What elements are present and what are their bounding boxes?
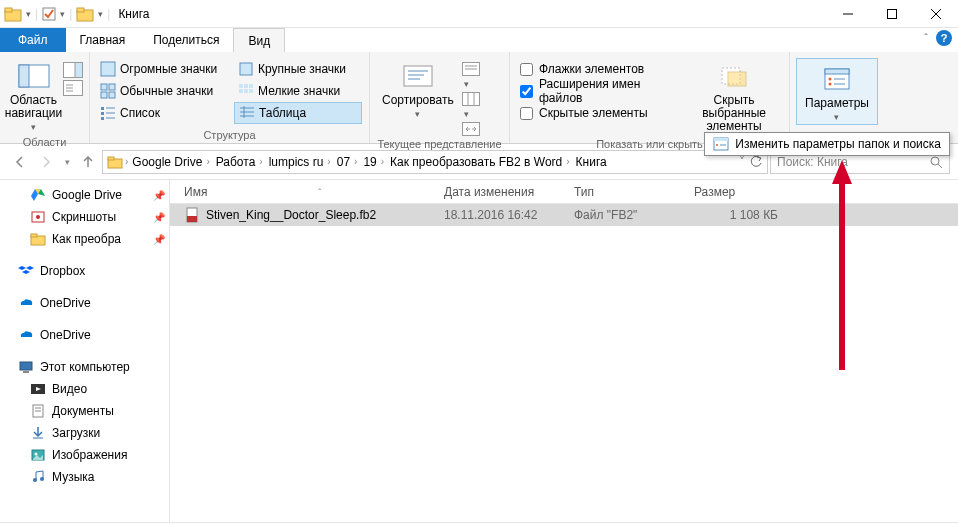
- layout-table[interactable]: Таблица: [234, 102, 362, 124]
- preview-pane-icon[interactable]: [63, 62, 83, 78]
- options-button[interactable]: Параметры ▾: [796, 58, 878, 125]
- sidebar-item-convert[interactable]: Как преобра📌: [0, 228, 169, 250]
- up-button[interactable]: [76, 150, 100, 174]
- sidebar-item-onedrive[interactable]: OneDrive: [0, 292, 169, 314]
- normal-icons-icon: [100, 83, 116, 99]
- sidebar-item-video[interactable]: Видео: [0, 378, 169, 400]
- checkbox-qat-icon[interactable]: [42, 7, 56, 21]
- ribbon: Область навигации ▾ Области Огромные зна…: [0, 52, 958, 144]
- navigation-pane[interactable]: Google Drive📌 Скриншоты📌 Как преобра📌 Dr…: [0, 180, 170, 522]
- breadcrumb-item[interactable]: 19›: [361, 155, 386, 169]
- maximize-button[interactable]: [870, 0, 914, 28]
- svg-rect-25: [249, 84, 253, 88]
- small-icons-icon: [238, 83, 254, 99]
- sidebar-item-screenshots[interactable]: Скриншоты📌: [0, 206, 169, 228]
- breadcrumb-item[interactable]: Книга: [574, 155, 609, 169]
- sidebar-item-gdrive[interactable]: Google Drive📌: [0, 184, 169, 206]
- dropdown-icon[interactable]: ▾: [60, 9, 65, 19]
- layout-large-icons[interactable]: Крупные значки: [234, 58, 362, 80]
- sidebar-item-dropbox[interactable]: Dropbox: [0, 260, 169, 282]
- forward-button[interactable]: [34, 150, 58, 174]
- group-by-icon[interactable]: ▾: [462, 62, 480, 90]
- breadcrumb-item[interactable]: 07›: [335, 155, 360, 169]
- tab-share[interactable]: Поделиться: [139, 28, 233, 52]
- sidebar-item-downloads[interactable]: Загрузки: [0, 422, 169, 444]
- svg-rect-59: [714, 138, 728, 141]
- svg-rect-21: [101, 92, 107, 98]
- back-button[interactable]: [8, 150, 32, 174]
- hide-selected-button[interactable]: Скрыть выбранные элементы: [685, 58, 783, 136]
- svg-rect-26: [239, 89, 243, 93]
- layout-huge-icons[interactable]: Огромные значки: [96, 58, 234, 80]
- filename-extensions[interactable]: Расширения имен файлов: [516, 80, 683, 102]
- sidebar-item-docs[interactable]: Документы: [0, 400, 169, 422]
- sort-button[interactable]: Сортировать ▾: [376, 58, 460, 121]
- folder-icon: [30, 231, 46, 247]
- sidebar-item-music[interactable]: Музыка: [0, 466, 169, 488]
- layout-small-icons[interactable]: Мелкие значки: [234, 80, 362, 102]
- breadcrumb-item[interactable]: lumpics ru›: [267, 155, 333, 169]
- column-name[interactable]: Имяˆ: [176, 185, 436, 199]
- folder-icon: [107, 154, 123, 170]
- layout-list[interactable]: Список: [96, 102, 234, 124]
- pin-icon[interactable]: 📌: [153, 190, 165, 201]
- column-type[interactable]: Тип: [566, 185, 686, 199]
- computer-icon: [18, 359, 34, 375]
- table-icon: [239, 105, 255, 121]
- sidebar-item-pictures[interactable]: Изображения: [0, 444, 169, 466]
- file-list[interactable]: Имяˆ Дата изменения Тип Размер Stiven_Ki…: [170, 180, 958, 522]
- sidebar-item-onedrive2[interactable]: OneDrive: [0, 324, 169, 346]
- layout-normal-icons[interactable]: Обычные значки: [96, 80, 234, 102]
- column-size[interactable]: Размер: [686, 185, 786, 199]
- svg-rect-27: [244, 89, 248, 93]
- onedrive-icon: [18, 327, 34, 343]
- ribbon-tabs: Файл Главная Поделиться Вид ˆ ?: [0, 28, 958, 52]
- quick-access-toolbar: ▾ | ▾ | ▾ |: [0, 5, 110, 23]
- svg-point-56: [828, 83, 831, 86]
- svg-line-65: [938, 164, 942, 168]
- dropdown-icon[interactable]: ▾: [26, 9, 31, 19]
- folder-icon: [4, 5, 22, 23]
- status-bar: 1 элемент Выбран 1 элемент: 1,08 МБ: [0, 522, 958, 526]
- hidden-items[interactable]: Скрытые элементы: [516, 102, 683, 124]
- qat-overflow-icon[interactable]: ▾: [98, 9, 103, 19]
- details-pane-icon[interactable]: [63, 80, 83, 96]
- svg-rect-39: [404, 66, 432, 86]
- screenshots-icon: [30, 209, 46, 225]
- svg-rect-22: [109, 92, 115, 98]
- svg-point-60: [716, 144, 718, 146]
- breadcrumb-item[interactable]: Работа›: [214, 155, 265, 169]
- add-columns-icon[interactable]: ▾: [462, 92, 480, 120]
- chevron-right-icon[interactable]: ›: [125, 156, 128, 167]
- breadcrumb-item[interactable]: Google Drive›: [130, 155, 211, 169]
- tab-view[interactable]: Вид: [233, 28, 285, 52]
- nav-pane-button[interactable]: Область навигации ▾: [6, 58, 61, 134]
- search-icon[interactable]: [929, 155, 943, 169]
- svg-point-79: [33, 478, 37, 482]
- breadcrumb[interactable]: › Google Drive› Работа› lumpics ru› 07› …: [102, 150, 768, 174]
- pin-icon[interactable]: 📌: [153, 212, 165, 223]
- recent-locations-button[interactable]: ▾: [60, 150, 74, 174]
- pin-icon[interactable]: 📌: [153, 234, 165, 245]
- refresh-icon[interactable]: [749, 155, 763, 169]
- breadcrumb-item[interactable]: Как преобразовать FB2 в Word›: [388, 155, 571, 169]
- svg-rect-20: [109, 84, 115, 90]
- svg-rect-71: [23, 371, 29, 373]
- address-dropdown-icon[interactable]: ˅: [739, 155, 745, 169]
- svg-rect-17: [101, 62, 115, 76]
- file-row[interactable]: Stiven_King__Doctor_Sleep.fb2 18.11.2016…: [170, 204, 958, 226]
- svg-rect-63: [108, 157, 114, 160]
- fit-columns-icon[interactable]: [462, 122, 480, 136]
- help-icon[interactable]: ?: [936, 30, 952, 46]
- minimize-button[interactable]: [826, 0, 870, 28]
- minimize-ribbon-icon[interactable]: ˆ: [924, 32, 928, 44]
- content-area: Google Drive📌 Скриншоты📌 Как преобра📌 Dr…: [0, 180, 958, 522]
- svg-rect-1: [5, 8, 12, 12]
- sidebar-item-thispc[interactable]: Этот компьютер: [0, 356, 169, 378]
- gdrive-icon: [30, 187, 46, 203]
- tab-file[interactable]: Файл: [0, 28, 66, 52]
- column-date[interactable]: Дата изменения: [436, 185, 566, 199]
- chevron-down-icon: ▾: [415, 109, 420, 119]
- tab-home[interactable]: Главная: [66, 28, 140, 52]
- close-button[interactable]: [914, 0, 958, 28]
